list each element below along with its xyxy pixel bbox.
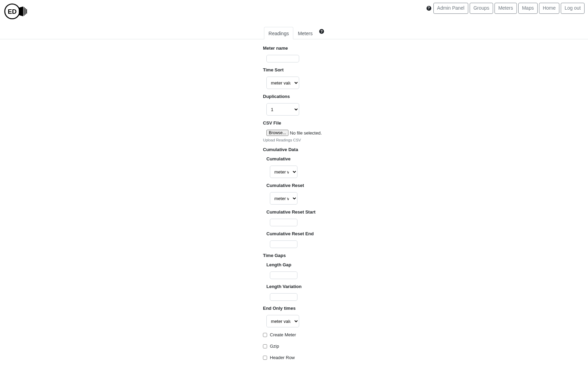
length-variation-label: Length Variation: [266, 284, 325, 289]
length-variation-input[interactable]: [270, 293, 297, 301]
header-row-checkbox[interactable]: [263, 356, 267, 360]
upload-hint: Upload Readings CSV: [263, 138, 325, 142]
file-status: No file selected.: [290, 130, 322, 136]
length-gap-label: Length Gap: [266, 262, 325, 267]
meters-button[interactable]: Meters: [494, 3, 517, 14]
time-gaps-label: Time Gaps: [263, 253, 325, 258]
tab-readings[interactable]: Readings: [264, 27, 293, 39]
cumulative-reset-end-input[interactable]: [270, 240, 297, 248]
svg-rect-4: [26, 9, 27, 14]
duplications-select[interactable]: 1: [266, 103, 299, 116]
end-only-times-label: End Only times: [263, 306, 325, 311]
cumulative-reset-label: Cumulative Reset: [266, 183, 325, 188]
cumulative-label: Cumulative: [266, 156, 325, 161]
help-icon[interactable]: ?: [427, 6, 431, 11]
svg-rect-2: [24, 7, 24, 16]
svg-text:ED: ED: [8, 8, 17, 15]
meter-name-input[interactable]: [266, 55, 299, 62]
cumulative-reset-end-label: Cumulative Reset End: [266, 231, 325, 236]
maps-button[interactable]: Maps: [518, 3, 538, 14]
end-only-times-select[interactable]: meter value or default: [266, 315, 299, 327]
browse-button[interactable]: Browse...: [266, 130, 288, 136]
time-sort-label: Time Sort: [263, 67, 325, 72]
cumulative-reset-start-input[interactable]: [270, 219, 297, 226]
create-meter-checkbox[interactable]: [263, 333, 267, 337]
svg-rect-3: [25, 8, 26, 15]
csv-file-label: CSV File: [263, 120, 325, 126]
tab-meters[interactable]: Meters: [293, 27, 317, 39]
admin-panel-button[interactable]: Admin Panel: [433, 3, 468, 14]
gzip-checkbox[interactable]: [263, 344, 267, 348]
meter-name-label: Meter name: [263, 46, 325, 51]
duplications-label: Duplications: [263, 94, 325, 99]
cumulative-reset-start-label: Cumulative Reset Start: [266, 209, 325, 215]
time-sort-select[interactable]: meter value or default: [266, 77, 299, 89]
tab-help-icon[interactable]: ?: [319, 29, 324, 34]
groups-button[interactable]: Groups: [470, 3, 493, 14]
cumulative-data-label: Cumulative Data: [263, 147, 325, 152]
create-meter-label: Create Meter: [270, 332, 296, 337]
home-button[interactable]: Home: [539, 3, 559, 14]
length-gap-input[interactable]: [270, 271, 297, 279]
cumulative-select[interactable]: meter value or default: [270, 166, 297, 178]
header-row-label: Header Row: [270, 355, 295, 360]
logout-button[interactable]: Log out: [561, 3, 585, 14]
cumulative-reset-select[interactable]: meter value or default: [270, 192, 297, 205]
gzip-label: Gzip: [270, 344, 279, 349]
app-logo: ED: [3, 3, 28, 20]
